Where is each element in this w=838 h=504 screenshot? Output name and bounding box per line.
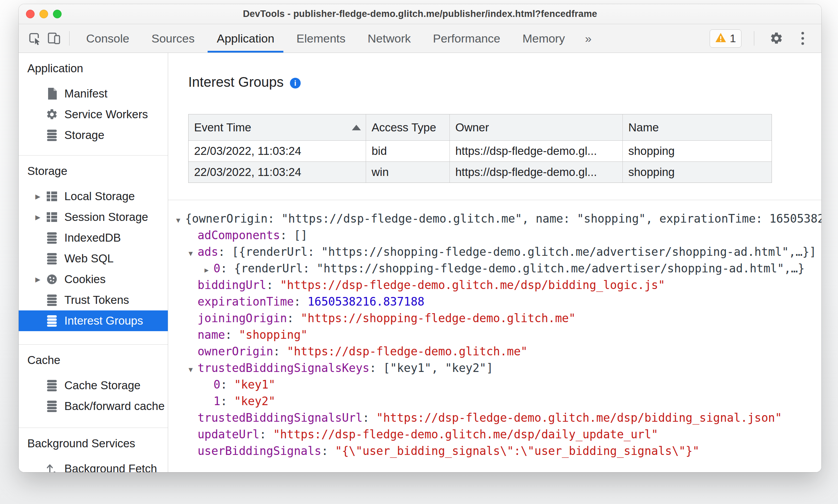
interest-groups-table: Event TimeAccess TypeOwnerName22/03/2022…	[188, 114, 772, 183]
column-header-access-type[interactable]: Access Type	[366, 114, 450, 140]
tree-value-key: ownerOrigin	[198, 345, 273, 358]
tree-value-key: userBiddingSignals	[198, 444, 321, 458]
sidebar-item-label: Service Workers	[64, 108, 148, 121]
sidebar-item-service-workers[interactable]: Service Workers	[19, 104, 168, 125]
table-row[interactable]: 22/03/2022, 11:03:24bidhttps://dsp-fledg…	[189, 141, 772, 162]
sidebar-item-web-sql[interactable]: Web SQL	[19, 248, 168, 269]
toolbar-separator	[754, 31, 754, 46]
tree-line: ▼trustedBiddingSignalsKeys: ["key1", "ke…	[168, 360, 821, 376]
sidebar-item-label: Background Fetch	[64, 462, 157, 472]
tree-value-key: 0	[213, 378, 220, 391]
tree-line: adComponents: []	[168, 227, 821, 244]
tab-console[interactable]: Console	[75, 24, 140, 53]
tree-value-key: joiningOrigin	[198, 311, 287, 325]
tree-value-key: 0	[213, 262, 220, 275]
sidebar-item-background-fetch[interactable]: Background Fetch	[19, 458, 168, 472]
tree-line: 1: "key2"	[168, 393, 821, 410]
minimize-button[interactable]	[39, 10, 48, 18]
tree-value-key: expirationTime	[198, 295, 294, 308]
tree-value-plain: :	[363, 411, 376, 424]
tree-value-key: adComponents	[198, 228, 280, 242]
column-header-owner[interactable]: Owner	[450, 114, 623, 140]
info-icon[interactable]: i	[290, 78, 301, 88]
more-tabs-button[interactable]: »	[576, 32, 601, 45]
expander-arrow-icon[interactable]: ▶	[35, 193, 45, 200]
database-icon	[45, 315, 59, 327]
warning-icon	[715, 32, 726, 44]
toolbar-right-group: 1	[710, 29, 821, 48]
column-header-label: Event Time	[194, 121, 251, 134]
inspect-cursor-button[interactable]	[25, 29, 44, 48]
desktop-background: DevTools - publisher-fledge-demo.glitch.…	[0, 0, 838, 504]
tree-value-key: biddingUrl	[198, 278, 266, 292]
tab-network[interactable]: Network	[357, 24, 422, 53]
tree-value-key: name	[198, 328, 225, 342]
three-dot-menu-button[interactable]	[793, 29, 812, 48]
device-toolbar-button[interactable]	[44, 29, 64, 48]
sidebar-item-session-storage[interactable]: ▶Session Storage	[19, 207, 168, 227]
tree-line: userBiddingSignals: "{\"user_bidding_sig…	[168, 443, 821, 459]
sidebar-item-cache-storage[interactable]: Cache Storage	[19, 375, 168, 396]
panel-title-row: Interest Groups i	[188, 74, 301, 90]
expander-arrow-icon[interactable]: ▶	[35, 213, 45, 221]
cell-name: shopping	[623, 162, 772, 183]
table-icon	[45, 191, 59, 202]
cookie-icon	[45, 273, 59, 285]
sidebar-item-back-forward-cache[interactable]: Back/forward cache	[19, 396, 168, 417]
sidebar-item-cookies[interactable]: ▶Cookies	[19, 269, 168, 290]
issues-count: 1	[730, 32, 736, 45]
cell-name: shopping	[623, 141, 772, 161]
sidebar-item-label: Interest Groups	[64, 314, 143, 327]
settings-gear-button[interactable]	[767, 29, 786, 48]
tree-line: joiningOrigin: "https://shopping-fledge-…	[168, 310, 821, 327]
sidebar-item-storage[interactable]: Storage	[19, 125, 168, 146]
sidebar-item-label: Cache Storage	[64, 379, 140, 392]
expanded-arrow-icon[interactable]: ▼	[189, 361, 198, 378]
tree-value-string: "key1"	[234, 378, 275, 391]
application-sidebar: ApplicationManifestService WorkersStorag…	[19, 53, 168, 472]
tab-elements[interactable]: Elements	[285, 24, 357, 53]
column-header-name[interactable]: Name	[623, 114, 772, 140]
sidebar-section-storage: Storage▶Local Storage▶Session StorageInd…	[19, 156, 168, 345]
sidebar-item-label: IndexedDB	[64, 231, 121, 244]
zoom-button[interactable]	[53, 10, 62, 18]
tree-line: expirationTime: 1650538216.837188	[168, 293, 821, 310]
column-header-event-time[interactable]: Event Time	[189, 114, 366, 140]
table-icon	[45, 212, 59, 223]
tab-performance[interactable]: Performance	[422, 24, 511, 53]
tab-memory[interactable]: Memory	[511, 24, 576, 53]
sidebar-item-indexeddb[interactable]: IndexedDB	[19, 227, 168, 248]
tree-line: biddingUrl: "https://dsp-fledge-demo.gli…	[168, 277, 821, 293]
tab-sources[interactable]: Sources	[140, 24, 206, 53]
devtools-toolbar: ConsoleSourcesApplicationElementsNetwork…	[19, 24, 821, 53]
sidebar-item-label: Session Storage	[64, 211, 148, 224]
database-icon	[45, 379, 59, 392]
document-icon	[45, 87, 59, 100]
expanded-arrow-icon[interactable]: ▼	[176, 212, 185, 228]
tab-application[interactable]: Application	[206, 24, 285, 53]
tree-value-plain: :	[294, 295, 308, 308]
window-titlebar: DevTools - publisher-fledge-demo.glitch.…	[19, 4, 821, 24]
sidebar-section-title: Application	[19, 53, 168, 83]
tree-value-plain: : []	[280, 228, 307, 242]
table-header-row: Event TimeAccess TypeOwnerName	[189, 114, 772, 141]
tree-value-key: trustedBiddingSignalsKeys	[198, 361, 370, 375]
expanded-arrow-icon[interactable]: ▼	[189, 245, 198, 262]
sidebar-item-interest-groups[interactable]: Interest Groups	[19, 310, 168, 331]
table-row[interactable]: 22/03/2022, 11:03:24winhttps://dsp-fledg…	[189, 162, 772, 183]
expander-arrow-icon[interactable]: ▶	[35, 276, 45, 283]
devtools-window: DevTools - publisher-fledge-demo.glitch.…	[19, 4, 821, 472]
sidebar-item-label: Web SQL	[64, 252, 113, 265]
sidebar-item-local-storage[interactable]: ▶Local Storage	[19, 186, 168, 207]
sidebar-item-label: Trust Tokens	[64, 293, 129, 307]
issues-badge[interactable]: 1	[710, 29, 741, 48]
sidebar-section-title: Cache	[19, 345, 168, 375]
sidebar-item-label: Storage	[64, 129, 104, 142]
collapsed-arrow-icon[interactable]: ▶	[204, 262, 213, 278]
sort-ascending-icon	[352, 125, 361, 130]
sidebar-item-manifest[interactable]: Manifest	[19, 83, 168, 104]
sidebar-section-application: ApplicationManifestService WorkersStorag…	[19, 53, 168, 156]
tree-value-string: "https://dsp-fledge-demo.glitch.me/dsp/b…	[280, 278, 665, 292]
sidebar-item-trust-tokens[interactable]: Trust Tokens	[19, 290, 168, 310]
close-button[interactable]	[26, 10, 35, 18]
